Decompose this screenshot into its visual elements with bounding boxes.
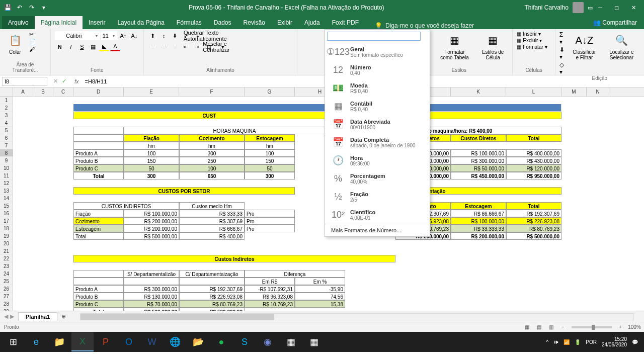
- cell[interactable]: 150: [124, 157, 179, 164]
- cell[interactable]: Total: [506, 202, 561, 210]
- clear-icon[interactable]: ◇ ▾: [559, 61, 566, 75]
- cell[interactable]: Fiação: [73, 210, 124, 217]
- cell[interactable]: R$ 33.333,33: [451, 225, 506, 232]
- format-table-button[interactable]: ▦Formatar como Tabela: [435, 31, 474, 61]
- close-button[interactable]: ✕: [626, 0, 641, 15]
- cell[interactable]: R$ 226.923,08: [506, 217, 561, 225]
- cell[interactable]: 100: [245, 149, 295, 157]
- cell[interactable]: Pro: [245, 210, 295, 217]
- tab-review[interactable]: Revisão: [237, 16, 271, 29]
- cell[interactable]: Produto B: [73, 157, 124, 164]
- ribbon-display-icon[interactable]: ▭: [588, 5, 593, 11]
- cell[interactable]: R$ 120.000,00: [506, 164, 561, 172]
- cell[interactable]: 50: [245, 164, 295, 172]
- spotify-icon[interactable]: ●: [210, 332, 232, 351]
- cell[interactable]: HORAS MAQUINA: [124, 127, 345, 134]
- tab-formulas[interactable]: Fórmulas: [171, 16, 208, 29]
- col-header[interactable]: C: [53, 87, 73, 96]
- cell[interactable]: 250: [179, 157, 245, 164]
- cell[interactable]: R$ 400.000,00: [506, 149, 561, 157]
- word-icon[interactable]: W: [141, 332, 163, 351]
- paste-button[interactable]: 📋 Colar: [4, 31, 26, 56]
- sheet-next-icon[interactable]: ▶: [10, 313, 14, 320]
- font-name-combo[interactable]: Calibri: [55, 31, 100, 40]
- nf-percent[interactable]: %Porcentagem40,00%: [325, 169, 430, 188]
- row-header[interactable]: 15: [0, 202, 13, 210]
- cell[interactable]: S/ Departamentalizão: [124, 270, 179, 278]
- cell[interactable]: 150: [245, 157, 295, 164]
- cell[interactable]: R$ 192.307,69: [506, 210, 561, 217]
- row-header[interactable]: 26: [0, 285, 13, 293]
- cell[interactable]: R$ 307,69: [179, 217, 245, 225]
- cell[interactable]: R$ 333,33: [179, 210, 245, 217]
- copy-icon[interactable]: 📄: [29, 39, 36, 45]
- merge-center-button[interactable]: ⊞ Mesclar e Centralizar ▾: [203, 42, 228, 51]
- indent-right-icon[interactable]: ⇥: [192, 42, 202, 51]
- sort-filter-button[interactable]: A↓ZClassificar e Filtrar: [569, 31, 600, 61]
- cell[interactable]: -35,90: [295, 285, 345, 293]
- row-header[interactable]: 11: [0, 172, 13, 179]
- cell[interactable]: R$ 200.000,00: [124, 225, 179, 232]
- format-painter-icon[interactable]: 🖌: [29, 46, 36, 52]
- autosum-icon[interactable]: Σ ▾: [559, 31, 566, 45]
- cell[interactable]: R$ 450.000,00: [451, 172, 506, 179]
- nf-time[interactable]: 🕐Hora09:36:00: [325, 151, 430, 169]
- row-header[interactable]: 13: [0, 187, 13, 195]
- nf-currency[interactable]: 💵MoedaR$ 0,40: [325, 79, 430, 97]
- col-header[interactable]: B: [33, 87, 53, 96]
- notifications-icon[interactable]: 💬: [632, 339, 638, 345]
- cell[interactable]: R$ 300.000,00: [124, 285, 179, 293]
- cell[interactable]: hm: [124, 142, 179, 149]
- cell[interactable]: Estocagem: [73, 225, 124, 232]
- col-header[interactable]: D: [73, 87, 124, 96]
- cell[interactable]: Produto A: [73, 149, 124, 157]
- maximize-button[interactable]: ◻: [609, 0, 624, 15]
- row-header[interactable]: 4: [0, 119, 13, 127]
- find-select-button[interactable]: 🔍Localizar e Selecionar: [603, 31, 640, 61]
- align-middle-icon[interactable]: ↕: [159, 31, 169, 40]
- align-top-icon[interactable]: ⬆: [148, 31, 158, 40]
- cell[interactable]: R$ 70.000,00: [124, 300, 179, 308]
- network-icon[interactable]: 🕪: [553, 339, 558, 345]
- align-left-icon[interactable]: ≡: [148, 42, 158, 51]
- col-header[interactable]: N: [587, 87, 609, 96]
- select-all[interactable]: [0, 87, 13, 96]
- nf-fraction[interactable]: ½Fração2/5: [325, 188, 430, 206]
- row-header[interactable]: 2: [0, 104, 13, 112]
- col-header[interactable]: E: [124, 87, 179, 96]
- cell[interactable]: R$ 950.000,00: [506, 172, 561, 179]
- col-header[interactable]: L: [506, 87, 561, 96]
- clock[interactable]: 15:2024/06/2020: [602, 336, 627, 347]
- row-header[interactable]: 29: [0, 308, 13, 311]
- row-header[interactable]: 7: [0, 142, 13, 149]
- normal-view-icon[interactable]: ▦: [521, 323, 532, 331]
- tab-help[interactable]: Ajuda: [298, 16, 326, 29]
- cell[interactable]: R$ 10.769,23: [245, 300, 295, 308]
- cell[interactable]: R$ 500.000,00: [506, 232, 561, 240]
- cell[interactable]: Custos Indiretos: [73, 255, 395, 262]
- bold-button[interactable]: N: [55, 42, 65, 51]
- cell[interactable]: R$ 192.307,69: [179, 285, 245, 293]
- cell[interactable]: Produto B: [73, 293, 124, 300]
- cell[interactable]: 650: [179, 172, 245, 179]
- align-bottom-icon[interactable]: ⬇: [170, 31, 180, 40]
- cell[interactable]: 100: [124, 149, 179, 157]
- sheet-tab[interactable]: Planilha1: [18, 312, 57, 321]
- zoom-out-icon[interactable]: −: [557, 323, 569, 331]
- battery-icon[interactable]: 🔋: [575, 339, 581, 345]
- language-indicator[interactable]: POR: [586, 339, 597, 345]
- row-header[interactable]: 14: [0, 195, 13, 202]
- nf-scientific[interactable]: 10²Científico4,00E-01: [325, 206, 430, 224]
- user-avatar[interactable]: [573, 2, 584, 13]
- cell[interactable]: [124, 278, 179, 285]
- cell[interactable]: Diferença: [245, 270, 345, 278]
- align-right-icon[interactable]: ≡: [170, 42, 180, 51]
- row-header[interactable]: 3: [0, 112, 13, 119]
- sheet-prev-icon[interactable]: ◀: [4, 313, 8, 320]
- skype-icon[interactable]: S: [233, 332, 256, 351]
- cell[interactable]: R$ 100.000,00: [124, 210, 179, 217]
- cell[interactable]: hm: [245, 142, 295, 149]
- cell[interactable]: CUST: [73, 112, 345, 119]
- cell[interactable]: R$ 226.923,08: [179, 293, 245, 300]
- decrease-font-icon[interactable]: A↓: [129, 31, 139, 40]
